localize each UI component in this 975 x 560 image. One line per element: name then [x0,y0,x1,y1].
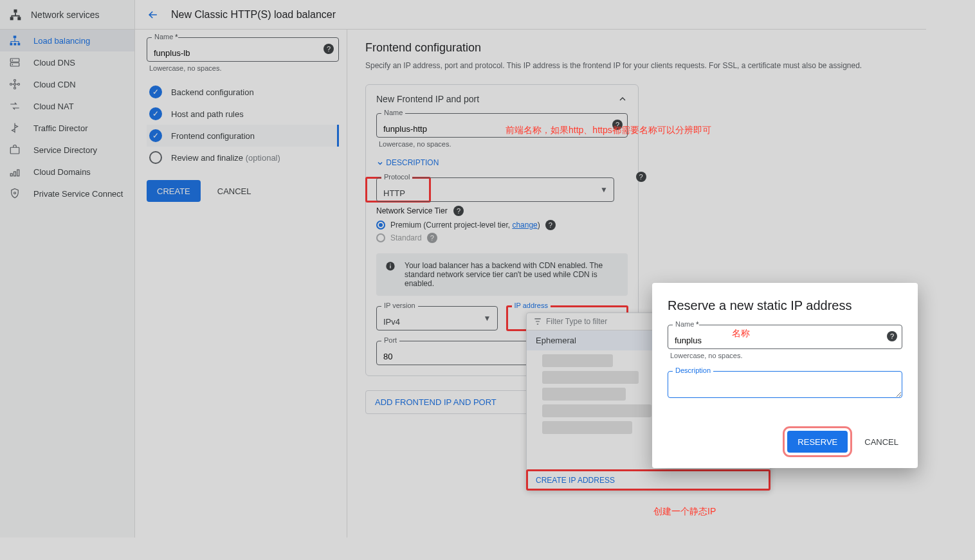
svg-rect-17 [10,174,12,176]
protocol-select[interactable]: Protocol HTTP ▼ [376,177,614,202]
sidebar-item-label: Cloud Domains [33,167,91,177]
frontend-name-field[interactable]: Name ? [376,113,628,138]
frontend-name-input[interactable] [376,113,628,138]
create-ip-address-option[interactable]: CREATE IP ADDRESS [527,470,770,490]
reserve-name-field[interactable]: Name * ? [668,325,902,349]
tier-premium-radio[interactable]: Premium (Current project-level tier, cha… [376,220,628,230]
domains-icon [9,166,24,177]
lb-name-field[interactable]: Name * ? [147,37,339,62]
info-icon [385,261,396,288]
svg-rect-4 [10,43,13,46]
reserve-description-field[interactable]: Description [668,371,902,400]
ip-version-label: IP version [381,302,418,309]
lb-name-label: Name [152,33,176,41]
check-icon: ✓ [149,86,162,98]
svg-point-14 [14,80,16,82]
step-host-path[interactable]: ✓ Host and path rules [147,103,339,125]
sidebar-item-traffic-director[interactable]: Traffic Director [0,117,134,139]
sidebar-item-label: Load balancing [33,36,90,46]
help-icon[interactable]: ? [636,172,646,181]
chevron-down-icon: ▼ [600,185,608,194]
service-directory-icon [9,144,24,156]
sidebar-item-label: Traffic Director [33,123,88,133]
required-asterisk: * [696,320,699,329]
sidebar-item-cloud-cdn[interactable]: Cloud CDN [0,73,134,95]
svg-rect-6 [18,43,21,46]
network-services-icon [9,8,22,21]
reserve-name-label: Name [673,320,697,328]
reserve-name-hint: Lowercase, no spaces. [670,352,902,359]
lb-name-hint: Lowercase, no spaces. [149,64,339,72]
psc-icon [9,188,24,199]
check-icon: ✓ [149,129,162,142]
frontend-name-hint: Lowercase, no spaces. [379,140,628,148]
port-label: Port [381,336,399,344]
step-frontend[interactable]: ✓ Frontend configuration [147,125,339,147]
svg-point-13 [18,84,20,86]
cancel-button[interactable]: CANCEL [214,186,255,197]
description-toggle[interactable]: DESCRIPTION [376,158,628,167]
help-icon[interactable]: ? [887,331,897,341]
svg-point-20 [14,192,16,194]
svg-rect-3 [14,36,17,39]
step-list: ✓ Backend configuration ✓ Host and path … [147,81,339,168]
reserve-description-input[interactable] [668,371,902,398]
banner-text: Your load balancer has a backend with CD… [405,261,619,288]
tier-standard-radio[interactable]: Standard ? [376,233,628,243]
sidebar-title: Network services [31,10,100,20]
help-icon[interactable]: ? [427,233,437,243]
svg-point-15 [14,87,16,89]
svg-point-11 [14,84,16,86]
step-label: Frontend configuration [171,131,255,141]
ip-version-value: IPv4 [383,317,400,327]
sidebar-item-load-balancing[interactable]: Load balancing [0,30,134,51]
svg-rect-8 [10,63,19,66]
step-backend[interactable]: ✓ Backend configuration [147,81,339,103]
frontend-name-label: Name [381,109,405,116]
traffic-director-icon [9,122,24,134]
sidebar-item-cloud-domains[interactable]: Cloud Domains [0,161,134,183]
collapse-icon[interactable] [617,94,628,104]
svg-rect-2 [17,17,21,20]
svg-rect-22 [390,266,390,269]
modal-title: Reserve a new static IP address [668,298,902,313]
change-tier-link[interactable]: change [512,221,537,230]
svg-point-12 [10,84,12,86]
panel-title: Frontend configuration [365,41,908,55]
sidebar-item-cloud-nat[interactable]: Cloud NAT [0,95,134,117]
reserve-button[interactable]: RESERVE [787,431,848,453]
help-icon[interactable]: ? [545,220,556,230]
sidebar-item-service-directory[interactable]: Service Directory [0,139,134,161]
tier-title: Network Service Tier ? [376,206,628,216]
create-button[interactable]: CREATE [147,180,201,202]
help-icon[interactable]: ? [612,120,623,130]
svg-rect-5 [14,43,17,46]
sidebar-item-private-service-connect[interactable]: Private Service Connect [0,183,134,204]
sidebar-item-cloud-dns[interactable]: Cloud DNS [0,51,134,73]
sidebar: Network services Load balancing Cloud DN… [0,0,135,537]
modal-cancel-button[interactable]: CANCEL [861,431,902,453]
reserve-name-input[interactable] [668,325,902,349]
protocol-value: HTTP [383,188,405,198]
reserve-ip-modal: Reserve a new static IP address Name * ?… [652,283,918,468]
help-icon[interactable]: ? [323,44,334,54]
load-balancing-icon [9,35,24,46]
back-button[interactable] [147,8,159,21]
step-label: Review and finalize (optional) [171,153,280,163]
cdn-info-banner: Your load balancer has a backend with CD… [376,253,628,296]
radio-icon [376,233,385,242]
sidebar-item-label: Service Directory [33,145,97,155]
sidebar-item-label: Private Service Connect [33,189,123,199]
help-icon[interactable]: ? [453,206,464,216]
ip-version-select[interactable]: IP version IPv4 ▼ [376,306,498,330]
step-review[interactable]: Review and finalize (optional) [147,147,339,168]
check-icon: ✓ [149,107,162,120]
nat-icon [9,100,24,112]
svg-rect-1 [10,17,14,20]
svg-rect-18 [14,172,16,176]
ip-address-label: IP address [512,302,551,309]
radio-icon [376,221,385,230]
sidebar-item-label: Cloud CDN [33,80,76,89]
step-label: Host and path rules [171,109,244,119]
config-steps-column: Name * ? Lowercase, no spaces. ✓ Backend… [135,30,347,537]
